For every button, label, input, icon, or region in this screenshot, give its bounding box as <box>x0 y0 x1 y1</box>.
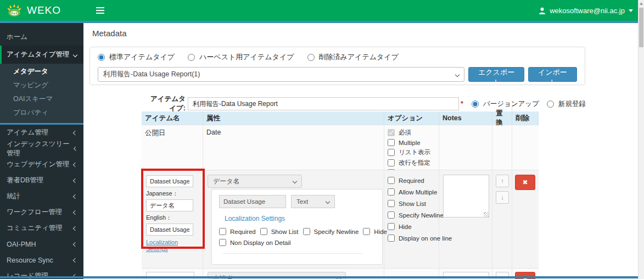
caret-down-icon <box>629 9 633 12</box>
sidebar-toggle-button[interactable] <box>90 0 110 21</box>
allow-multiple-checkbox-row[interactable]: Allow Multiple <box>388 188 435 196</box>
checkbox-label: Required <box>230 228 256 235</box>
sidebar-subitem-mapping[interactable]: マッピング <box>0 79 83 92</box>
move-up-button[interactable]: ↑ <box>496 175 509 187</box>
sidebar-item-label: アイテム管理 <box>7 128 48 137</box>
english-label: English： <box>146 214 198 222</box>
notes-cell <box>439 125 492 170</box>
specify-newline-checkbox[interactable] <box>388 159 395 166</box>
itemtype-dropdown-value: 利用報告-Data Usage Report(1) <box>103 70 200 79</box>
radio-deleted-input[interactable] <box>307 54 315 61</box>
header-option: オプション <box>384 111 439 125</box>
sub-non-display-row[interactable]: Non Display on Detail <box>219 239 291 246</box>
radio-deleted-itemtype[interactable]: 削除済みアイテムタイプ <box>307 52 399 62</box>
localization-settings-link[interactable]: Localization Settings <box>146 239 198 252</box>
multiple-checkbox-row[interactable]: Multiple <box>388 139 435 146</box>
radio-standard-input[interactable] <box>98 54 105 61</box>
radio-harvest-input[interactable] <box>188 54 195 61</box>
item-name-input[interactable] <box>146 175 193 187</box>
sub-non-display-checkbox[interactable] <box>219 239 226 246</box>
resize-grip-icon[interactable] <box>484 212 489 217</box>
sub-show-list-row[interactable]: Show List <box>260 228 299 235</box>
scrollbar-thumb[interactable] <box>639 8 643 47</box>
checkbox-label: リスト表示 <box>399 148 430 157</box>
sidebar-subitem-metadata[interactable]: メタデータ <box>0 65 83 79</box>
checkbox-label: 改行を指定 <box>399 159 430 167</box>
chevron-left-icon <box>73 210 77 214</box>
sidebar-item-web-design-mgmt[interactable]: ウェブデザイン管理 <box>0 157 83 172</box>
japanese-name-input[interactable] <box>146 199 193 211</box>
radio-upgrade-input[interactable] <box>472 101 479 108</box>
metadata-table: アイテム名 属性 オプション Notes 置換 削除 公開日 Date 必須 <box>142 111 539 279</box>
sidebar-item-itemtype-mgmt[interactable]: アイテムタイプ管理 <box>0 46 83 64</box>
show-list-checkbox-row[interactable]: Show List <box>388 200 435 207</box>
chevron-down-icon <box>73 52 77 57</box>
sidebar-subitem-oai-schema[interactable]: OAIスキーマ <box>0 92 83 106</box>
allow-multiple-checkbox[interactable] <box>388 188 395 196</box>
sidebar-item-label: コミュニティ管理 <box>7 224 63 233</box>
import-button[interactable]: インポート <box>528 67 577 82</box>
radio-register-input[interactable] <box>547 101 554 108</box>
checkbox-label: Specify Newline <box>399 212 444 219</box>
sub-required-checkbox[interactable] <box>219 228 226 235</box>
multiple-checkbox[interactable] <box>388 139 395 146</box>
required-checkbox-row: 必須 <box>388 129 435 137</box>
export-button[interactable]: エクスポート <box>468 67 524 82</box>
attribute-cell: Date <box>203 125 384 170</box>
hide-checkbox-row[interactable]: Hide <box>388 223 435 230</box>
sidebar-item-oai-pmh[interactable]: OAI-PMH <box>0 236 83 252</box>
display-one-line-checkbox[interactable] <box>388 235 395 242</box>
sub-specify-newline-row[interactable]: Specify Newline <box>303 228 359 235</box>
required-checkbox[interactable] <box>388 177 395 184</box>
scrollbar-up-arrow-icon[interactable] <box>640 2 643 5</box>
display-one-line-checkbox-row[interactable]: Display on one line <box>388 235 435 242</box>
user-email: wekosoftware@nii.ac.jp <box>550 7 625 15</box>
radio-label: 削除済みアイテムタイプ <box>319 52 399 62</box>
itemtype-dropdown[interactable]: 利用報告-Data Usage Report(1) <box>98 67 464 82</box>
sidebar-subitem-property[interactable]: プロパティ <box>0 106 83 120</box>
radio-harvest-itemtype[interactable]: ハーベスト用アイテムタイプ <box>188 52 294 62</box>
vertical-scrollbar[interactable] <box>638 0 644 279</box>
divider <box>223 253 363 254</box>
input-type-dropdown[interactable]: Text <box>291 195 335 208</box>
radio-standard-itemtype[interactable]: 標準アイテムタイプ <box>98 52 175 62</box>
specify-newline-checkbox-row[interactable]: Specify Newline <box>388 211 435 219</box>
required-checkbox-row[interactable]: Required <box>388 177 435 184</box>
sidebar-item-item-mgmt[interactable]: アイテム管理 <box>0 125 83 141</box>
specify-newline-checkbox-row[interactable]: 改行を指定 <box>388 159 435 167</box>
english-name-input[interactable] <box>146 224 193 236</box>
radio-new-register[interactable]: 新規登録 <box>547 99 586 109</box>
attribute-dropdown[interactable]: データ名 <box>208 175 302 188</box>
specify-newline-checkbox[interactable] <box>388 211 395 219</box>
chevron-left-icon <box>73 226 77 230</box>
sidebar-item-workflow-mgmt[interactable]: ワークフロー管理 <box>0 204 83 220</box>
show-list-checkbox[interactable] <box>388 200 395 207</box>
itemtype-submenu: メタデータ マッピング OAIスキーマ プロパティ <box>0 64 83 125</box>
sub-show-list-checkbox[interactable] <box>260 228 267 235</box>
notes-textarea[interactable] <box>443 175 489 217</box>
sidebar-item-author-db-mgmt[interactable]: 著者DB管理 <box>0 172 83 188</box>
sidebar-item-home[interactable]: ホーム <box>0 28 83 46</box>
sub-name-input[interactable] <box>219 195 286 208</box>
delete-row-button[interactable]: ✖ <box>515 175 535 190</box>
sidebar-item-community-mgmt[interactable]: コミュニティ管理 <box>0 220 83 236</box>
show-list-checkbox[interactable] <box>388 149 395 156</box>
itemtype-category-radios: 標準アイテムタイプ ハーベスト用アイテムタイプ 削除済みアイテムタイプ <box>98 52 577 62</box>
sub-required-row[interactable]: Required <box>219 228 256 235</box>
move-down-button[interactable]: ↓ <box>496 191 509 204</box>
sub-hide-row[interactable]: Hide <box>363 228 387 235</box>
sub-hide-checkbox[interactable] <box>363 228 370 235</box>
chevron-down-icon <box>326 199 330 204</box>
sidebar-item-statistics[interactable]: 統計 <box>0 188 83 204</box>
hide-checkbox[interactable] <box>388 223 395 230</box>
show-list-checkbox-row[interactable]: リスト表示 <box>388 148 435 157</box>
sidebar-item-index-tree-mgmt[interactable]: インデックスツリー管理 <box>0 141 83 157</box>
brand-title: WEKO <box>27 4 61 16</box>
user-menu[interactable]: wekosoftware@nii.ac.jp <box>539 0 633 21</box>
sidebar-item-resource-sync[interactable]: Resource Sync <box>0 252 83 268</box>
itemtype-name-input[interactable] <box>188 97 459 110</box>
required-checkbox <box>388 129 395 136</box>
user-icon <box>539 7 546 14</box>
sub-localization-settings-link[interactable]: Localization Settings <box>225 215 285 222</box>
sub-specify-newline-checkbox[interactable] <box>303 228 310 235</box>
